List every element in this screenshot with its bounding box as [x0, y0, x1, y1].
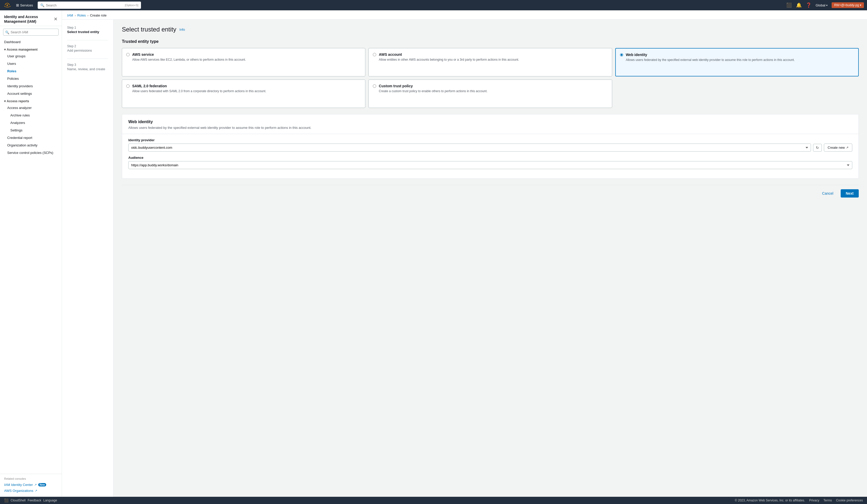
- page-title-row: Select trusted entity Info: [122, 26, 859, 33]
- cloudshell-link[interactable]: CloudShell: [11, 498, 25, 502]
- entity-radio-custom-trust[interactable]: [373, 84, 376, 88]
- entity-radio-aws-service[interactable]: [126, 53, 130, 56]
- web-identity-section-desc: Allows users federated by the specified …: [128, 126, 852, 130]
- related-consoles-title: Related consoles: [4, 477, 57, 480]
- entity-radio-aws-account[interactable]: [373, 53, 376, 56]
- sidebar-item-dashboard[interactable]: Dashboard: [0, 38, 62, 46]
- sidebar-search-area: 🔍: [0, 26, 62, 38]
- step-3-title: Name, review, and create: [67, 67, 108, 71]
- breadcrumb-sep-2: ›: [87, 14, 88, 17]
- sidebar-item-identity-providers[interactable]: Identity providers: [0, 82, 62, 90]
- step-3-label: Step 3: [67, 63, 108, 67]
- entity-desc-aws-service: Allow AWS services like EC2, Lambda, or …: [132, 57, 246, 62]
- cookie-preferences-link[interactable]: Cookie preferences: [836, 498, 863, 502]
- step-2-label: Step 2: [67, 44, 108, 48]
- sidebar-item-analyzers[interactable]: Analyzers: [0, 119, 62, 127]
- sidebar-search-icon: 🔍: [5, 30, 9, 34]
- entity-desc-aws-account: Allow entities in other AWS accounts bel…: [379, 57, 519, 62]
- web-identity-section-title: Web identity: [128, 119, 852, 124]
- step-1: Step 1 Select trusted entity: [67, 26, 108, 34]
- sidebar-item-credential-report[interactable]: Credential report: [0, 134, 62, 141]
- sidebar-item-user-groups[interactable]: User groups: [0, 52, 62, 60]
- sidebar-item-aws-organizations[interactable]: AWS Organizations ↗: [4, 488, 57, 494]
- new-badge: New: [38, 483, 46, 486]
- breadcrumb-iam[interactable]: IAM: [67, 13, 73, 17]
- copyright-text: © 2023, Amazon Web Services, Inc. or its…: [735, 498, 805, 502]
- breadcrumb-sep-1: ›: [75, 14, 76, 17]
- identity-provider-select[interactable]: oidc.buddyusercontent.com: [128, 143, 811, 152]
- region-selector[interactable]: Global ▾: [816, 3, 827, 7]
- privacy-link[interactable]: Privacy: [809, 498, 819, 502]
- sidebar-close-button[interactable]: ✕: [54, 16, 57, 22]
- sidebar-section-access-management[interactable]: ▾ Access management: [0, 46, 62, 52]
- step-1-title: Select trusted entity: [67, 30, 108, 34]
- help-icon[interactable]: ❓: [806, 2, 812, 8]
- identity-provider-row: oidc.buddyusercontent.com ↻ Create new ↗: [128, 143, 852, 152]
- entity-title-saml: SAML 2.0 federation: [132, 84, 266, 88]
- audience-select[interactable]: https://app.buddy.works/domain: [128, 161, 852, 169]
- entity-card-custom-trust[interactable]: Custom trust policy Create a custom trus…: [368, 79, 612, 108]
- entity-radio-saml[interactable]: [126, 84, 130, 88]
- nav-right: ⬛ 🔔 ❓ Global ▾ RW+@+buddy-pg ▾: [786, 2, 864, 8]
- svg-point-1: [7, 5, 8, 6]
- entity-card-aws-account[interactable]: AWS account Allow entities in other AWS …: [368, 48, 612, 76]
- sidebar-item-settings[interactable]: Settings: [0, 127, 62, 134]
- entity-title-web-identity: Web identity: [626, 53, 795, 57]
- external-link-icon-iam: ↗: [34, 483, 37, 486]
- entity-title-custom-trust: Custom trust policy: [379, 84, 488, 88]
- identity-provider-label: Identity provider: [128, 138, 852, 142]
- feedback-link[interactable]: Feedback: [28, 498, 41, 502]
- services-nav[interactable]: ⊞ Services: [14, 2, 35, 8]
- bottom-bar-right: © 2023, Amazon Web Services, Inc. or its…: [735, 498, 863, 502]
- bell-icon[interactable]: 🔔: [796, 2, 802, 8]
- entity-title-aws-account: AWS account: [379, 52, 519, 56]
- user-menu[interactable]: RW+@+buddy-pg ▾: [832, 2, 864, 8]
- sidebar: Identity and Access Management (IAM) ✕ 🔍…: [0, 10, 62, 497]
- info-link[interactable]: Info: [180, 28, 185, 32]
- sidebar-item-account-settings[interactable]: Account settings: [0, 90, 62, 97]
- sidebar-item-roles[interactable]: Roles: [0, 67, 62, 75]
- search-shortcut: [Option+S]: [125, 4, 138, 7]
- cancel-button[interactable]: Cancel: [818, 189, 837, 197]
- identity-provider-refresh-button[interactable]: ↻: [813, 144, 822, 152]
- steps-panel: Step 1 Select trusted entity Step 2 Add …: [62, 20, 114, 497]
- identity-provider-group: Identity provider oidc.buddyusercontent.…: [128, 138, 852, 152]
- sidebar-related-consoles: Related consoles IAM Identity Center ↗ N…: [0, 474, 62, 497]
- step-1-label: Step 1: [67, 26, 108, 30]
- cloudshell-icon: ⬛: [4, 498, 9, 502]
- content-inner: Step 1 Select trusted entity Step 2 Add …: [62, 20, 867, 497]
- sidebar-item-service-control-policies[interactable]: Service control policies (SCPs): [0, 149, 62, 157]
- sidebar-item-organization-activity[interactable]: Organization activity: [0, 141, 62, 149]
- sidebar-item-access-analyzer[interactable]: Access analyzer: [0, 104, 62, 111]
- breadcrumb-roles[interactable]: Roles: [77, 13, 86, 17]
- global-search-bar[interactable]: 🔍 [Option+S]: [38, 2, 141, 9]
- sidebar-section-access-reports[interactable]: ▾ Access reports: [0, 97, 62, 104]
- entity-card-aws-service[interactable]: AWS service Allow AWS services like EC2,…: [122, 48, 365, 76]
- entity-card-saml[interactable]: SAML 2.0 federation Allow users federate…: [122, 79, 365, 108]
- next-button[interactable]: Next: [841, 189, 859, 197]
- sidebar-item-users[interactable]: Users: [0, 60, 62, 67]
- language-link[interactable]: Language: [43, 498, 57, 502]
- global-search-input[interactable]: [46, 3, 124, 7]
- terminal-icon[interactable]: ⬛: [786, 2, 792, 8]
- sidebar-search-input[interactable]: [3, 29, 58, 36]
- sidebar-title: Identity and Access Management (IAM): [4, 14, 54, 24]
- entity-radio-web-identity[interactable]: [620, 53, 623, 56]
- refresh-icon: ↻: [816, 146, 819, 150]
- sidebar-item-iam-identity-center[interactable]: IAM Identity Center ↗ New: [4, 482, 57, 488]
- audience-group: Audience https://app.buddy.works/domain: [128, 156, 852, 169]
- page-title: Select trusted entity: [122, 26, 176, 33]
- step-3: Step 3 Name, review, and create: [67, 63, 108, 71]
- main-layout: Identity and Access Management (IAM) ✕ 🔍…: [0, 10, 867, 497]
- terms-link[interactable]: Terms: [823, 498, 832, 502]
- entity-title-aws-service: AWS service: [132, 52, 246, 56]
- breadcrumb-create-role: Create role: [90, 13, 106, 17]
- sidebar-navigation: Dashboard ▾ Access management User group…: [0, 38, 62, 474]
- form-footer: Cancel Next: [122, 185, 859, 197]
- sidebar-item-policies[interactable]: Policies: [0, 75, 62, 82]
- create-new-button[interactable]: Create new ↗: [824, 143, 852, 152]
- sidebar-header: Identity and Access Management (IAM) ✕: [0, 10, 62, 26]
- aws-logo: [3, 3, 11, 8]
- entity-card-web-identity[interactable]: Web identity Allows users federated by t…: [615, 48, 859, 76]
- sidebar-item-archive-rules[interactable]: Archive rules: [0, 111, 62, 119]
